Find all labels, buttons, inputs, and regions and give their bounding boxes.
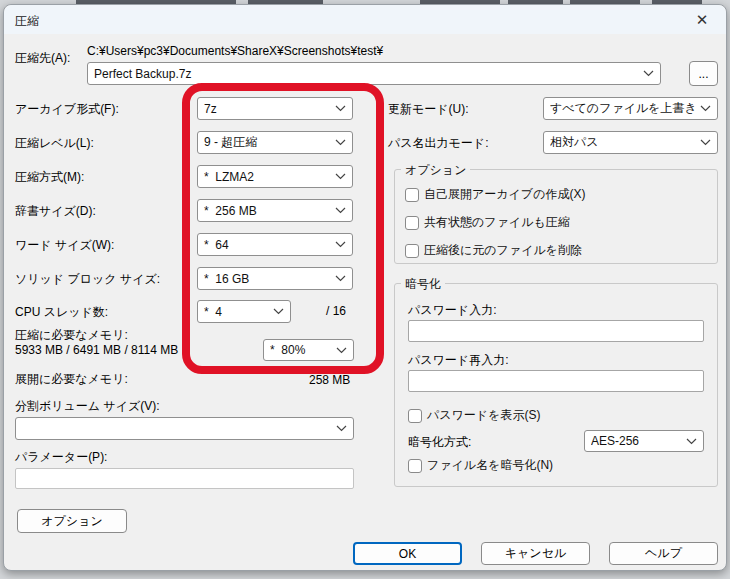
encryption-method-label: 暗号化方式: [408, 434, 471, 451]
parameters-input[interactable] [15, 468, 354, 489]
dictionary-size-value: * 256 MB [204, 204, 335, 218]
memory-decompress-value: 258 MB [309, 373, 350, 387]
parameters-label: パラメーター(P): [15, 449, 107, 466]
ok-button[interactable]: OK [353, 542, 462, 565]
delete-after-checkbox-row[interactable]: 圧縮後に元のファイルを削除 [405, 242, 582, 259]
shared-files-checkbox-row[interactable]: 共有状態のファイルも圧縮 [405, 214, 570, 231]
word-size-label: ワード サイズ(W): [15, 237, 114, 254]
compression-method-label: 圧縮方式(M): [15, 169, 84, 186]
path-mode-select[interactable]: 相対パス [543, 131, 718, 154]
screen: 圧縮 ✕ 圧縮先(A): C:¥Users¥pc3¥Documents¥Shar… [0, 0, 730, 579]
compress-dialog: 圧縮 ✕ 圧縮先(A): C:¥Users¥pc3¥Documents¥Shar… [3, 4, 727, 571]
password-input[interactable] [408, 320, 704, 342]
solid-block-size-value: * 16 GB [204, 272, 335, 286]
solid-block-size-label: ソリッド ブロック サイズ: [15, 271, 160, 288]
chevron-down-icon [336, 425, 347, 432]
archive-name-value: Perfect Backup.7z [94, 67, 643, 81]
dictionary-size-select[interactable]: * 256 MB [197, 199, 353, 222]
options-button[interactable]: オプション [17, 509, 127, 533]
encryption-method-select[interactable]: AES-256 [584, 430, 704, 452]
sfx-checkbox-label: 自己展開アーカイブの作成(X) [424, 186, 585, 203]
split-volume-combobox[interactable] [15, 417, 354, 440]
chevron-down-icon [336, 347, 347, 354]
encryption-method-value: AES-256 [591, 434, 686, 448]
chevron-down-icon [335, 207, 346, 214]
help-button[interactable]: ヘルプ [609, 542, 718, 565]
dictionary-size-label: 辞書サイズ(D): [15, 203, 96, 220]
chevron-down-icon [273, 308, 284, 315]
dialog-title: 圧縮 [15, 13, 39, 30]
memory-compress-label: 圧縮に必要なメモリ: [15, 327, 128, 344]
destination-label: 圧縮先(A): [15, 50, 70, 67]
compression-method-value: * LZMA2 [204, 170, 335, 184]
password-repeat-label: パスワード再入力: [408, 352, 508, 369]
word-size-select[interactable]: * 64 [197, 233, 353, 256]
show-password-checkbox-row[interactable]: パスワードを表示(S) [408, 407, 540, 424]
archive-format-label: アーカイブ形式(F): [15, 101, 119, 118]
memory-percent-value: * 80% [270, 343, 336, 357]
chevron-down-icon [335, 241, 346, 248]
shared-files-checkbox-label: 共有状態のファイルも圧縮 [424, 214, 570, 231]
title-bar: 圧縮 ✕ [4, 5, 726, 34]
archive-name-combobox[interactable]: Perfect Backup.7z [87, 62, 661, 85]
chevron-down-icon [700, 139, 711, 146]
delete-after-checkbox-label: 圧縮後に元のファイルを削除 [424, 242, 582, 259]
chevron-down-icon [643, 70, 654, 77]
cpu-threads-select[interactable]: * 4 [197, 300, 291, 323]
shared-files-checkbox[interactable] [405, 216, 419, 230]
browse-button[interactable]: ... [689, 61, 718, 86]
update-mode-select[interactable]: すべてのファイルを上書き [543, 97, 718, 120]
sfx-checkbox-row[interactable]: 自己展開アーカイブの作成(X) [405, 186, 585, 203]
cpu-threads-value: * 4 [204, 305, 273, 319]
destination-path: C:¥Users¥pc3¥Documents¥ShareX¥Screenshot… [87, 44, 383, 58]
update-mode-value: すべてのファイルを上書き [550, 100, 700, 117]
compression-level-value: 9 - 超圧縮 [204, 134, 335, 151]
compression-level-label: 圧縮レベル(L): [15, 135, 94, 152]
compression-level-select[interactable]: 9 - 超圧縮 [197, 131, 353, 154]
cpu-threads-max: / 16 [326, 304, 346, 318]
options-group-title: オプション [401, 162, 470, 179]
chevron-down-icon [335, 173, 346, 180]
cpu-threads-label: CPU スレッド数: [15, 304, 108, 321]
archive-format-value: 7z [204, 102, 335, 116]
encrypt-names-checkbox[interactable] [408, 459, 422, 473]
chevron-down-icon [335, 105, 346, 112]
show-password-checkbox-label: パスワードを表示(S) [427, 407, 540, 424]
password-repeat-input[interactable] [408, 370, 704, 392]
memory-percent-select[interactable]: * 80% [263, 339, 354, 361]
split-volume-label: 分割ボリューム サイズ(V): [15, 398, 160, 415]
cancel-button[interactable]: キャンセル [481, 542, 590, 565]
close-icon[interactable]: ✕ [686, 7, 718, 32]
path-mode-label: パス名出力モード: [388, 135, 488, 152]
memory-decompress-label: 展開に必要なメモリ: [15, 371, 128, 388]
solid-block-size-select[interactable]: * 16 GB [197, 267, 353, 290]
encrypt-names-checkbox-label: ファイル名を暗号化(N) [427, 457, 553, 474]
path-mode-value: 相対パス [550, 134, 700, 151]
archive-format-select[interactable]: 7z [197, 97, 353, 120]
chevron-down-icon [335, 139, 346, 146]
sfx-checkbox[interactable] [405, 188, 419, 202]
chevron-down-icon [335, 275, 346, 282]
word-size-value: * 64 [204, 238, 335, 252]
encrypt-names-checkbox-row[interactable]: ファイル名を暗号化(N) [408, 457, 553, 474]
password-label: パスワード入力: [408, 302, 496, 319]
delete-after-checkbox[interactable] [405, 244, 419, 258]
encryption-group-title: 暗号化 [401, 276, 445, 293]
update-mode-label: 更新モード(U): [388, 101, 469, 118]
chevron-down-icon [700, 105, 711, 112]
memory-compress-values: 5933 MB / 6491 MB / 8114 MB [15, 343, 178, 357]
show-password-checkbox[interactable] [408, 409, 422, 423]
compression-method-select[interactable]: * LZMA2 [197, 165, 353, 188]
chevron-down-icon [686, 438, 697, 445]
